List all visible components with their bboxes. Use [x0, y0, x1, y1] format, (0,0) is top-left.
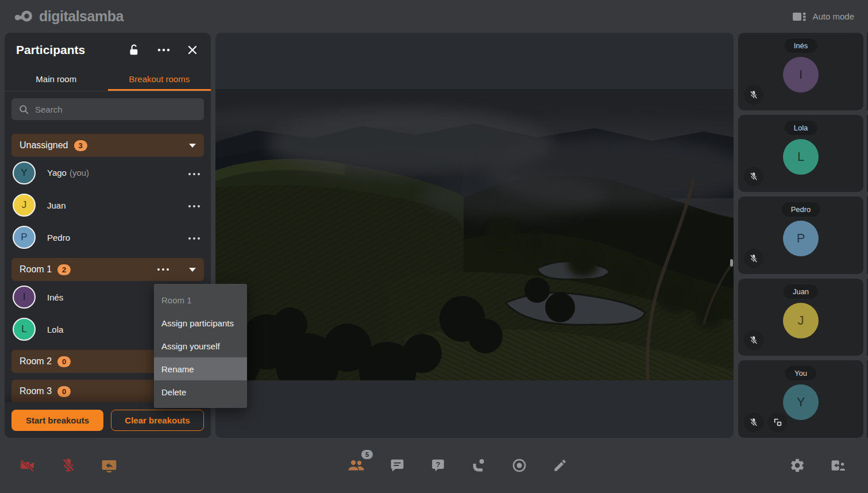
whiteboard-icon — [553, 458, 568, 473]
member-more-button[interactable] — [188, 200, 200, 210]
app-controls: 5 ? — [347, 456, 569, 475]
tile-juan[interactable]: Juan J — [738, 279, 863, 356]
layout-mode-button[interactable]: Auto mode — [792, 11, 854, 22]
search-input[interactable] — [35, 105, 197, 114]
group-count-badge: 3 — [74, 140, 87, 151]
menu-item-assign-yourself[interactable]: Assign yourself — [154, 334, 247, 357]
avatar: Y — [13, 161, 36, 184]
brand-logo-icon — [14, 9, 33, 25]
qa-icon: ? — [430, 458, 446, 473]
panel-close-button[interactable] — [186, 43, 199, 57]
qa-button[interactable]: ? — [429, 456, 447, 475]
panel-more-button[interactable] — [156, 47, 172, 53]
menu-item-assign-participants[interactable]: Assign participants — [154, 311, 247, 334]
group-label: Room 1 — [20, 264, 52, 275]
group-count-badge: 2 — [57, 264, 71, 275]
tile-mic-off-icon[interactable] — [744, 167, 763, 186]
clear-breakouts-button[interactable]: Clear breakouts — [111, 410, 204, 431]
tile-lola[interactable]: Lola L — [738, 115, 863, 192]
group-row-unassigned[interactable]: Unassigned 3 — [11, 134, 204, 157]
top-bar: digitalsamba Auto mode — [0, 0, 868, 33]
group-count-badge: 0 — [57, 356, 71, 367]
unlock-icon — [128, 43, 141, 57]
unlock-room-button[interactable] — [127, 42, 142, 58]
chevron-down-icon[interactable] — [189, 144, 196, 148]
shared-video-content — [215, 89, 734, 380]
avatar: J — [13, 194, 36, 217]
record-icon — [511, 457, 527, 473]
tile-name-badge: Juan — [784, 284, 818, 299]
avatar: L — [13, 318, 36, 341]
system-controls — [788, 456, 847, 475]
member-name: Lola — [47, 325, 63, 334]
settings-icon — [789, 457, 805, 473]
room-more-button[interactable] — [157, 268, 169, 271]
participant-search[interactable] — [11, 98, 204, 120]
member-name: Pedro — [47, 233, 70, 242]
member-suffix: (you) — [70, 168, 89, 178]
tile-name-badge: Pedro — [782, 202, 820, 217]
more-icon — [157, 48, 171, 52]
group-label: Unassigned — [20, 140, 68, 151]
bottom-toolbar: 5 ? — [0, 438, 868, 493]
record-button[interactable] — [510, 456, 528, 475]
member-row-juan: J Juan — [5, 189, 211, 221]
tile-name-badge: Lola — [785, 121, 817, 135]
group-row-room1[interactable]: Room 1 2 — [11, 258, 204, 281]
chat-button[interactable] — [388, 456, 406, 475]
participant-tiles-sidebar: Inés I Lola L — [738, 33, 863, 438]
panel-tabs: Main room Breakout rooms — [5, 67, 211, 91]
leave-button[interactable] — [829, 456, 847, 475]
svg-text:?: ? — [435, 460, 440, 469]
camera-off-button[interactable] — [18, 456, 37, 475]
chat-icon — [389, 458, 405, 473]
tile-mic-off-icon[interactable] — [744, 413, 763, 432]
screenshare-button[interactable] — [100, 456, 118, 475]
tile-mic-off-icon[interactable] — [744, 85, 763, 105]
avatar: I — [13, 286, 36, 309]
participants-panel-header: Participants — [5, 33, 211, 67]
pip-icon[interactable] — [768, 413, 788, 432]
panel-title: Participants — [16, 43, 113, 57]
member-name: Juan — [47, 201, 66, 210]
participants-button[interactable]: 5 — [347, 456, 365, 475]
chevron-down-icon[interactable] — [189, 268, 196, 272]
avatar: Y — [783, 384, 819, 420]
tile-ines[interactable]: Inés I — [738, 33, 863, 110]
group-count-badge: 0 — [57, 386, 71, 397]
settings-button[interactable] — [788, 456, 807, 475]
start-breakouts-button[interactable]: Start breakouts — [11, 410, 103, 431]
tile-you[interactable]: You Y — [738, 360, 863, 438]
whiteboard-button[interactable] — [551, 456, 569, 475]
member-name: Yago — [47, 168, 67, 178]
layout-mode-label: Auto mode — [812, 11, 854, 21]
room-context-menu: Room 1 Assign participants Assign yourse… — [154, 284, 247, 408]
stage-resize-handle[interactable] — [730, 259, 733, 267]
raise-hand-icon — [470, 458, 487, 473]
menu-item-rename[interactable]: Rename — [154, 357, 247, 380]
tile-mic-off-icon[interactable] — [744, 249, 763, 268]
avatar: I — [783, 57, 819, 93]
tab-main-room[interactable]: Main room — [5, 67, 108, 91]
participants-count-badge: 5 — [361, 450, 373, 459]
screenshare-icon — [101, 458, 118, 473]
avatar: P — [13, 226, 36, 249]
mic-off-icon — [61, 457, 76, 473]
tile-name-badge: You — [785, 366, 816, 380]
tile-pedro[interactable]: Pedro P — [738, 197, 863, 274]
close-icon — [187, 44, 198, 56]
tile-name-badge: Inés — [785, 38, 817, 53]
media-controls — [18, 456, 118, 475]
tile-mic-off-icon[interactable] — [744, 330, 763, 350]
main-stage — [215, 33, 734, 438]
member-row-yago: Y Yago(you) — [5, 157, 211, 189]
tab-breakout-rooms[interactable]: Breakout rooms — [108, 67, 211, 91]
group-label: Room 3 — [20, 386, 52, 396]
menu-item-delete[interactable]: Delete — [154, 380, 247, 403]
brand: digitalsamba — [14, 8, 124, 25]
context-menu-title: Room 1 — [154, 288, 247, 311]
raise-hand-button[interactable] — [469, 456, 488, 475]
member-more-button[interactable] — [188, 168, 200, 178]
mic-off-button[interactable] — [59, 456, 78, 475]
member-more-button[interactable] — [188, 232, 200, 242]
